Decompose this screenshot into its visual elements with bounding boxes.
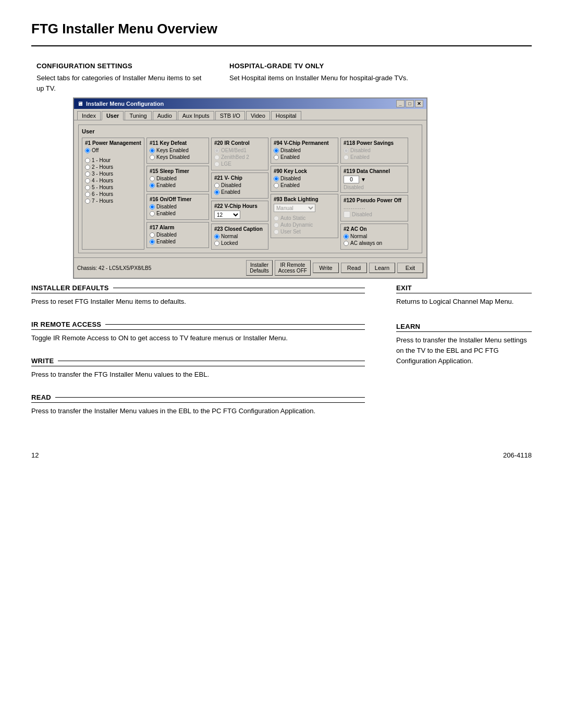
maximize-button[interactable]: □ — [406, 100, 414, 107]
close-button[interactable]: ✕ — [415, 100, 423, 107]
bl-user-set[interactable]: User Set — [274, 229, 335, 235]
ac-normal[interactable]: Normal — [344, 233, 405, 239]
vcp-enabled[interactable]: Enabled — [274, 154, 335, 160]
key-defeat-title: #11 Key Defeat — [150, 140, 206, 146]
bl-auto-static[interactable]: Auto Static — [274, 215, 335, 221]
read-button[interactable]: Read — [341, 263, 367, 273]
data-channel-input[interactable] — [344, 176, 359, 183]
st-disabled[interactable]: Disabled — [150, 176, 206, 181]
tab-index[interactable]: Index — [77, 111, 101, 120]
pseudo-power-disabled[interactable]: Disabled — [344, 211, 405, 218]
window-tabs[interactable]: Index User Tuning Audio Aux Inputs STB I… — [74, 109, 426, 120]
learn-ann-text: Press to transfer the Installer Menu set… — [396, 335, 532, 366]
sleep-timer-group: #15 Sleep Timer Disabled Enabled — [146, 166, 209, 192]
tab-stb-io[interactable]: STB I/O — [215, 111, 245, 120]
irc-oem[interactable]: OEM/Bed1 — [214, 147, 265, 153]
ir-remote-button[interactable]: IR RemoteAccess OFF — [275, 260, 311, 276]
config-text: Select tabs for categories of Installer … — [36, 73, 209, 93]
page-number: 12 — [31, 451, 39, 459]
monitor-icon: 🖥 — [77, 101, 83, 107]
hospital-text: Set Hospital items on Installer Menu for… — [229, 73, 532, 83]
pseudo-power-slider[interactable]: ............ — [344, 205, 405, 210]
back-lighting-select[interactable]: Manual — [274, 204, 315, 212]
hospital-title: HOSPITAL-GRADE TV ONLY — [229, 62, 532, 70]
data-channel-dropdown-icon[interactable]: ▼ — [361, 177, 366, 182]
al-enabled[interactable]: Enabled — [150, 239, 206, 244]
power-savings-title: #118 Power Savings — [344, 140, 405, 146]
key-defeat-group: #11 Key Defeat Keys Enabled Keys Disable… — [146, 138, 209, 164]
tab-video[interactable]: Video — [246, 111, 270, 120]
ps-enabled[interactable]: Enabled — [344, 154, 405, 160]
exit-button[interactable]: Exit — [397, 263, 423, 273]
installer-defaults-button[interactable]: InstallerDefaults — [246, 260, 273, 276]
exit-ann-title: EXIT — [396, 284, 532, 293]
pm-7h[interactable]: 7 - Hours — [85, 198, 141, 204]
key-lock-group: #90 Key Lock Disabled Enabled — [271, 166, 338, 192]
left-annotations: INSTALLER DEFAULTS Press to reset FTG In… — [31, 284, 386, 430]
vcp-disabled[interactable]: Disabled — [274, 147, 335, 153]
page-title: FTG Installer Menu Overview — [31, 21, 532, 37]
vc-enabled[interactable]: Enabled — [214, 189, 265, 195]
alarm-group: #17 Alarm Disabled Enabled — [146, 222, 209, 248]
title-divider — [31, 45, 532, 46]
v-chip-hours-group: #22 V-Chip Hours 12 — [211, 201, 268, 221]
write-button[interactable]: Write — [313, 263, 339, 273]
oot-disabled[interactable]: Disabled — [150, 204, 206, 209]
vc-disabled[interactable]: Disabled — [214, 182, 265, 188]
ir-remote-ann-text: Toggle IR Remote Access to ON to get acc… — [31, 333, 365, 343]
section-label: User — [82, 128, 419, 134]
kd-enabled[interactable]: Keys Enabled — [150, 147, 206, 153]
pm-4h[interactable]: 4 - Hours — [85, 178, 141, 183]
chassis-label: Chassis: 42 - LC5/LX5/PX8/LB5 — [77, 265, 151, 271]
pm-1h[interactable]: 1 - Hour — [85, 157, 141, 163]
read-ann-text: Press to transfer the Installer Menu val… — [31, 406, 365, 416]
ac-always-on[interactable]: AC always on — [344, 240, 405, 246]
window-body: User #1 Power Management Off 1 - Hour 2 … — [74, 120, 426, 257]
installer-defaults-annotation: INSTALLER DEFAULTS Press to reset FTG In… — [31, 284, 365, 307]
tab-user[interactable]: User — [102, 111, 124, 120]
pm-6h[interactable]: 6 - Hours — [85, 191, 141, 197]
ps-disabled[interactable]: Disabled — [344, 147, 405, 153]
st-enabled[interactable]: Enabled — [150, 182, 206, 188]
pm-2h[interactable]: 2 - Hours — [85, 164, 141, 170]
ir-control-group: #20 IR Control OEM/Bed1 ZenithBed 2 LGE — [211, 138, 268, 170]
irc-zenith[interactable]: ZenithBed 2 — [214, 154, 265, 160]
tab-hospital[interactable]: Hospital — [271, 111, 301, 120]
cc-locked[interactable]: Locked — [214, 240, 265, 246]
v-chip-hours-select[interactable]: 12 — [214, 211, 240, 219]
ac-on-title: #2 AC On — [344, 226, 405, 232]
ac-on-group: #2 AC On Normal AC always on — [340, 224, 408, 250]
power-savings-group: #118 Power Savings Disabled Enabled — [340, 138, 408, 164]
exit-annotation: EXIT Returns to Logical Channel Map Menu… — [396, 284, 532, 307]
footer-buttons[interactable]: InstallerDefaults IR RemoteAccess OFF Wr… — [246, 260, 423, 276]
tab-audio[interactable]: Audio — [153, 111, 177, 120]
pm-5h[interactable]: 5 - Hours — [85, 184, 141, 190]
closed-caption-title: #23 Closed Caption — [214, 226, 265, 232]
kd-disabled[interactable]: Keys Disabled — [150, 154, 206, 160]
v-chip-perm-group: #94 V-Chip Permanent Disabled Enabled — [271, 138, 338, 164]
read-ann-title: READ — [31, 393, 365, 403]
window-title: 🖥 Installer Menu Configuration — [77, 101, 164, 107]
tab-tuning[interactable]: Tuning — [125, 111, 151, 120]
read-annotation: READ Press to transfer the Installer Men… — [31, 393, 365, 416]
pm-off[interactable]: Off — [85, 147, 141, 153]
kl-enabled[interactable]: Enabled — [274, 182, 335, 188]
pm-3h[interactable]: 3 - Hours — [85, 171, 141, 177]
sleep-timer-title: #15 Sleep Timer — [150, 168, 206, 174]
irc-lge[interactable]: LGE — [214, 161, 265, 167]
al-disabled[interactable]: Disabled — [150, 232, 206, 238]
power-management-group: #1 Power Management Off 1 - Hour 2 - Hou… — [82, 138, 144, 250]
cc-normal[interactable]: Normal — [214, 233, 265, 239]
installer-defaults-ann-title: INSTALLER DEFAULTS — [31, 284, 365, 293]
tab-aux-inputs[interactable]: Aux Inputs — [178, 111, 214, 120]
learn-button[interactable]: Learn — [369, 263, 395, 273]
window-controls[interactable]: _ □ ✕ — [396, 100, 423, 107]
kl-disabled[interactable]: Disabled — [274, 176, 335, 181]
window-footer: Chassis: 42 - LC5/LX5/PX8/LB5 InstallerD… — [74, 257, 426, 278]
bl-auto-dynamic[interactable]: Auto Dynamic — [274, 222, 335, 228]
window-titlebar: 🖥 Installer Menu Configuration _ □ ✕ — [74, 98, 426, 109]
power-management-title: #1 Power Management — [85, 140, 141, 146]
oot-enabled[interactable]: Enabled — [150, 211, 206, 216]
minimize-button[interactable]: _ — [396, 100, 405, 107]
pseudo-power-group: #120 Pseudo Power Off ............ Disab… — [340, 195, 408, 221]
